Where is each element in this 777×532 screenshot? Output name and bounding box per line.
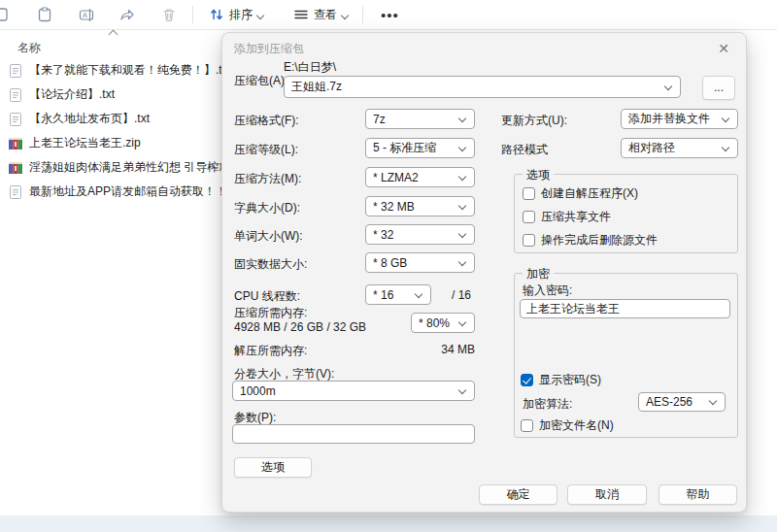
list-item[interactable]: 【论坛介绍】.txt xyxy=(0,83,225,107)
chevron-down-icon xyxy=(459,145,467,152)
memory-percent-value: * 80% xyxy=(419,316,456,330)
window-bottom-strip xyxy=(0,515,777,532)
add-to-archive-dialog: 添加到压缩包 ✕ 压缩包(A) E:\白日梦\ 王姐姐.7z ... 压缩格式(… xyxy=(221,32,747,513)
update-mode-combobox[interactable]: 添加并替换文件 xyxy=(621,109,738,129)
encrypt-filenames-checkbox[interactable]: 加密文件名(N) xyxy=(521,417,614,434)
checkbox-unchecked-icon xyxy=(523,211,535,223)
file-name: 【永久地址发布页】.txt xyxy=(29,111,150,127)
compress-memory-label: 压缩所需内存: xyxy=(234,306,366,320)
enter-password-label: 输入密码: xyxy=(523,283,572,299)
list-item[interactable]: 淫荡姐姐肉体满足弟弟性幻想 引导榨精... xyxy=(0,155,225,180)
more-options-button[interactable]: ••• xyxy=(371,7,409,23)
text-file-icon xyxy=(8,87,23,103)
list-item[interactable]: 【来了就能下载和观看！纯免费！】.txt xyxy=(0,58,225,83)
svg-text:A: A xyxy=(83,12,87,18)
level-label: 压缩等级(L): xyxy=(234,142,298,158)
file-name: 上老王论坛当老王.zip xyxy=(29,135,141,151)
chevron-down-icon xyxy=(710,398,718,406)
show-password-checkbox[interactable]: 显示密码(S) xyxy=(521,372,601,388)
create-sfx-checkbox[interactable]: 创建自解压程序(X) xyxy=(523,185,638,202)
delete-after-checkbox[interactable]: 操作完成后删除源文件 xyxy=(523,232,658,249)
word-size-value: * 32 xyxy=(373,228,456,242)
list-item[interactable]: 最新地址及APP请发邮箱自动获取！！！.... xyxy=(0,180,225,204)
dictionary-value: * 32 MB xyxy=(373,200,456,214)
file-list: 【来了就能下载和观看！纯免费！】.txt 【论坛介绍】.txt 【永久地址发布页… xyxy=(0,58,225,204)
dictionary-label: 字典大小(D): xyxy=(234,200,300,216)
file-name: 淫荡姐姐肉体满足弟弟性幻想 引导榨精... xyxy=(29,159,225,176)
checkbox-checked-icon xyxy=(521,374,533,386)
encrypt-filenames-label: 加密文件名(N) xyxy=(539,417,614,434)
close-icon[interactable]: ✕ xyxy=(713,39,734,58)
browse-button[interactable]: ... xyxy=(702,76,735,100)
password-input[interactable] xyxy=(520,299,730,318)
method-combobox[interactable]: * LZMA2 xyxy=(365,167,475,187)
share-icon[interactable] xyxy=(119,7,135,22)
chevron-down-icon xyxy=(257,12,264,18)
memory-percent-combobox[interactable]: * 80% xyxy=(411,313,475,333)
list-item[interactable]: 【永久地址发布页】.txt xyxy=(0,107,225,131)
checkbox-unchecked-icon xyxy=(523,187,535,200)
solid-block-combobox[interactable]: * 8 GB xyxy=(365,252,475,273)
cpu-threads-combobox[interactable]: * 16 xyxy=(365,284,431,305)
name-column-header[interactable]: 名称 xyxy=(17,40,41,56)
format-combobox[interactable]: 7z xyxy=(365,109,475,129)
chevron-down-icon xyxy=(342,12,349,18)
file-name: 【论坛介绍】.txt xyxy=(29,86,115,103)
encryption-method-label: 加密算法: xyxy=(523,396,572,413)
cpu-threads-value: * 16 xyxy=(373,288,412,302)
dictionary-combobox[interactable]: * 32 MB xyxy=(365,196,475,216)
show-password-label: 显示密码(S) xyxy=(539,372,601,388)
compress-shared-checkbox[interactable]: 压缩共享文件 xyxy=(523,209,611,225)
level-combobox[interactable]: 5 - 标准压缩 xyxy=(365,138,475,158)
archive-name-value: 王姐姐.7z xyxy=(291,79,661,95)
compress-memory-block: 压缩所需内存: 4928 MB / 26 GB / 32 GB xyxy=(234,306,366,335)
word-size-combobox[interactable]: * 32 xyxy=(365,224,475,245)
explorer-toolbar: A 排序 查看 ••• xyxy=(0,0,777,30)
cancel-button[interactable]: 取消 xyxy=(567,484,647,505)
chevron-down-icon xyxy=(459,259,467,267)
dialog-title: 添加到压缩包 xyxy=(234,41,304,57)
text-file-icon xyxy=(8,112,23,127)
chevron-down-icon xyxy=(723,145,730,152)
copy-icon[interactable] xyxy=(0,7,9,22)
chevron-down-icon xyxy=(665,83,673,91)
sort-button[interactable]: 排序 xyxy=(201,0,272,29)
chevron-down-icon xyxy=(723,116,730,123)
options-button[interactable]: 选项 xyxy=(234,457,312,478)
archive-name-combobox[interactable]: 王姐姐.7z xyxy=(284,76,681,98)
file-list-header: 名称 xyxy=(0,31,221,56)
checkbox-unchecked-icon xyxy=(523,234,535,247)
chevron-down-icon xyxy=(459,203,467,211)
format-label: 压缩格式(F): xyxy=(234,113,299,129)
sort-label: 排序 xyxy=(229,7,253,23)
delete-icon[interactable] xyxy=(161,7,177,22)
format-value: 7z xyxy=(373,113,456,126)
decompress-memory-label: 解压所需内存: xyxy=(234,343,307,359)
ok-button[interactable]: 确定 xyxy=(479,484,557,505)
cpu-threads-label: CPU 线程数: xyxy=(234,288,300,305)
view-button[interactable]: 查看 xyxy=(286,0,356,29)
chevron-down-icon xyxy=(459,231,467,239)
paste-icon[interactable] xyxy=(37,7,52,22)
rename-icon[interactable]: A xyxy=(79,7,94,22)
encryption-method-value: AES-256 xyxy=(646,395,706,409)
toolbar-separator xyxy=(362,6,363,23)
toolbar-separator xyxy=(192,6,193,23)
method-value: * LZMA2 xyxy=(373,171,456,184)
word-size-label: 单词大小(W): xyxy=(234,228,303,245)
compress-shared-label: 压缩共享文件 xyxy=(541,209,611,225)
chevron-down-icon xyxy=(459,174,467,182)
encryption-method-combobox[interactable]: AES-256 xyxy=(638,392,726,412)
parameters-input[interactable] xyxy=(232,424,475,444)
file-name: 【来了就能下载和观看！纯免费！】.txt xyxy=(29,62,225,79)
volume-size-value: 1000m xyxy=(240,384,456,398)
path-mode-combobox[interactable]: 相对路径 xyxy=(621,138,738,158)
list-item[interactable]: 上老王论坛当老王.zip xyxy=(0,131,225,155)
text-file-icon xyxy=(8,63,23,79)
text-file-icon xyxy=(8,184,23,200)
view-lines-icon xyxy=(293,7,309,22)
volume-size-combobox[interactable]: 1000m xyxy=(232,381,475,401)
create-sfx-label: 创建自解压程序(X) xyxy=(541,185,638,202)
decompress-memory-value: 34 MB xyxy=(397,343,475,356)
help-button[interactable]: 帮助 xyxy=(659,484,737,505)
